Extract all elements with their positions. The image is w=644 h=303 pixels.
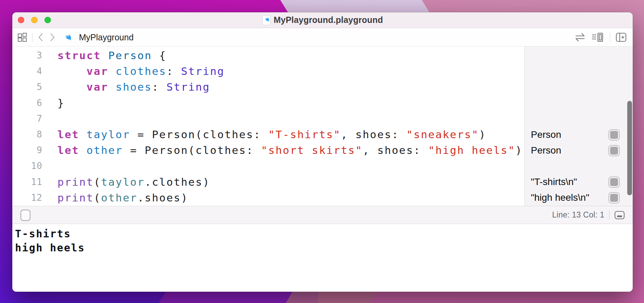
console-line: high heels <box>15 241 633 255</box>
run-control-toggle[interactable] <box>21 210 30 221</box>
code-text: print(other.shoes) <box>42 192 188 204</box>
code-line[interactable]: 9let other = Person(clothes: "short skir… <box>12 142 524 158</box>
toolbar-divider-right <box>610 33 610 42</box>
code-text: var shoes: String <box>42 81 210 93</box>
code-line[interactable]: 7 <box>12 111 524 127</box>
playground-file-icon <box>262 15 271 25</box>
close-button[interactable] <box>18 17 24 23</box>
result-row: Person <box>525 145 633 156</box>
line-number: 3 <box>12 50 42 61</box>
result-value: Person <box>531 129 561 140</box>
debug-bar: Line: 13 Col: 1 <box>12 206 633 224</box>
window-title: MyPlayground.playground <box>274 15 383 25</box>
result-value: "T-shirts\n" <box>531 176 577 187</box>
show-result-button[interactable] <box>608 129 620 141</box>
toolbar-right <box>574 32 633 42</box>
code-area[interactable]: 3struct Person {4 var clothes: String5 v… <box>12 47 524 206</box>
code-text: struct Person { <box>42 49 166 62</box>
result-row: "high heels\n" <box>525 192 633 203</box>
result-value: "high heels\n" <box>531 192 589 203</box>
back-icon[interactable] <box>37 32 44 42</box>
code-line[interactable]: 4 var clothes: String <box>12 63 524 79</box>
code-line[interactable]: 5 var shoes: String <box>12 79 524 95</box>
hide-debug-area-icon[interactable] <box>614 211 625 220</box>
editor-options-icon[interactable] <box>591 32 604 42</box>
toolbar-divider <box>32 33 32 42</box>
editor-grid-icon[interactable] <box>17 32 27 42</box>
line-number: 10 <box>12 161 42 171</box>
line-number: 12 <box>12 193 42 203</box>
line-number: 5 <box>12 82 42 92</box>
line-number: 9 <box>12 145 42 155</box>
breadcrumb[interactable]: MyPlayground <box>79 32 134 42</box>
minimize-button[interactable] <box>31 17 38 23</box>
code-text: } <box>42 97 65 109</box>
code-text: let taylor = Person(clothes: "T-shirts",… <box>42 128 486 141</box>
line-number: 7 <box>12 114 42 124</box>
code-line[interactable]: 8let taylor = Person(clothes: "T-shirts"… <box>12 127 524 142</box>
editor-scrollbar[interactable] <box>627 101 632 195</box>
line-number: 4 <box>12 66 42 76</box>
code-line[interactable]: 12print(other.shoes) <box>12 190 524 206</box>
results-sidebar: PersonPerson"T-shirts\n""high heels\n" <box>524 47 633 206</box>
console-line: T-shirts <box>15 227 633 241</box>
titlebar: MyPlayground.playground <box>12 12 633 28</box>
result-row: "T-shirts\n" <box>525 176 633 188</box>
console-output[interactable]: T-shirtshigh heels <box>12 224 633 292</box>
debug-bar-right: Line: 13 Col: 1 <box>552 210 633 220</box>
code-line[interactable]: 10 <box>12 158 524 174</box>
cursor-position: Line: 13 Col: 1 <box>552 210 604 220</box>
show-result-button[interactable] <box>608 192 620 203</box>
debug-bar-divider <box>609 211 609 220</box>
line-number: 6 <box>12 98 42 108</box>
toolbar: MyPlayground <box>12 28 633 47</box>
line-number: 8 <box>12 129 42 140</box>
code-line[interactable]: 3struct Person { <box>12 48 524 63</box>
line-number: 11 <box>12 177 42 187</box>
result-value: Person <box>531 145 561 156</box>
code-editor: 3struct Person {4 var clothes: String5 v… <box>12 47 633 206</box>
code-text: var clothes: String <box>42 65 225 77</box>
forward-icon[interactable] <box>49 32 56 42</box>
swap-arrows-icon[interactable] <box>574 32 586 42</box>
show-result-button[interactable] <box>608 145 620 156</box>
result-row: Person <box>525 129 633 141</box>
zoom-button[interactable] <box>44 17 51 23</box>
swift-icon <box>63 32 72 42</box>
toolbar-left: MyPlayground <box>12 32 134 42</box>
code-text: let other = Person(clothes: "short skirt… <box>42 144 523 156</box>
code-text: print(taylor.clothes) <box>42 176 210 188</box>
code-line[interactable]: 11print(taylor.clothes) <box>12 174 524 190</box>
window-title-group: MyPlayground.playground <box>262 15 383 25</box>
show-result-button[interactable] <box>608 176 620 188</box>
xcode-playground-window: MyPlayground.playground <box>12 12 633 292</box>
add-editor-icon[interactable] <box>616 32 627 42</box>
code-line[interactable]: 6} <box>12 95 524 111</box>
